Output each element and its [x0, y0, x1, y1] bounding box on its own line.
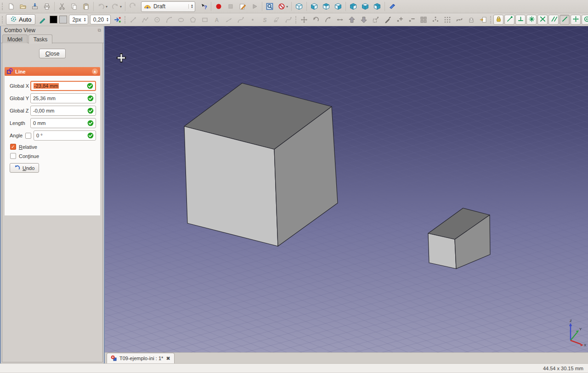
view-axonometric-button[interactable]: [293, 1, 305, 12]
continue-checkbox[interactable]: [10, 153, 16, 159]
face-color-swatch[interactable]: [59, 16, 67, 23]
float-dock-icon[interactable]: ⧉: [98, 28, 101, 33]
scale-button[interactable]: [370, 14, 382, 25]
workbench-selector-steppers[interactable]: ▲▼: [188, 4, 193, 9]
point-button[interactable]: [247, 14, 259, 25]
path-array-button[interactable]: [453, 14, 465, 25]
rotate-button[interactable]: [310, 14, 322, 25]
global-x-field[interactable]: -23,84 mm: [30, 81, 96, 91]
measure-button[interactable]: [386, 1, 398, 12]
whats-this-button[interactable]: ?: [198, 1, 209, 12]
polar-array-button[interactable]: [430, 14, 441, 25]
bezier-button[interactable]: [283, 14, 294, 25]
remove-point-button[interactable]: [406, 14, 418, 25]
snap-near-button[interactable]: [560, 15, 570, 25]
text-scale-steppers[interactable]: ▲▼: [106, 17, 109, 22]
add-point-button[interactable]: [394, 14, 406, 25]
snap-endpoint-button[interactable]: [504, 15, 514, 25]
point-array-button[interactable]: [441, 14, 453, 25]
task-header-line[interactable]: Line ▲: [5, 67, 100, 76]
tab-tasks[interactable]: Tasks: [28, 34, 53, 44]
line-width-spinbox[interactable]: 2px ▲▼: [69, 15, 88, 24]
toolbar-handle[interactable]: [124, 16, 125, 23]
downgrade-button[interactable]: [358, 14, 370, 25]
snap-extension-button[interactable]: [571, 15, 581, 25]
save-button[interactable]: [29, 1, 41, 12]
view-left-button[interactable]: [371, 1, 383, 12]
view-front-button[interactable]: [308, 1, 320, 12]
snap-angle-button[interactable]: [582, 15, 588, 25]
shapestring-button[interactable]: S: [259, 14, 271, 25]
global-y-field[interactable]: 25,36 mm: [30, 93, 96, 103]
line-color-swatch[interactable]: [50, 16, 57, 23]
toolbar-handle[interactable]: [2, 16, 3, 23]
workbench-selector[interactable]: Draft ▲▼: [141, 1, 195, 12]
draw-style-button[interactable]: [276, 1, 288, 12]
close-icon[interactable]: ✖: [166, 356, 170, 362]
text-scale-spinbox[interactable]: 0,20 ▲▼: [90, 15, 111, 24]
snap-grid-button[interactable]: [526, 15, 537, 25]
view-rear-button[interactable]: [347, 1, 359, 12]
move-button[interactable]: [298, 14, 310, 25]
paste-button[interactable]: [80, 1, 92, 12]
redo-button[interactable]: [109, 1, 121, 12]
arc-button[interactable]: [163, 14, 175, 25]
snap-lock-button[interactable]: [493, 15, 503, 25]
edit-button[interactable]: [382, 14, 394, 25]
3d-viewport[interactable]: ZYX: [105, 26, 588, 352]
document-tab[interactable]: T09-ejemplo-ini : 1* ✖: [107, 353, 175, 363]
polyline-button[interactable]: [139, 14, 151, 25]
ellipse-button[interactable]: [175, 14, 187, 25]
upgrade-button[interactable]: [346, 14, 358, 25]
macro-record-button[interactable]: [213, 1, 225, 12]
open-file-button[interactable]: [17, 1, 29, 12]
macro-edit-button[interactable]: [237, 1, 249, 12]
refresh-button[interactable]: [127, 1, 139, 12]
draft-line-icon: [7, 68, 13, 75]
facebinder-button[interactable]: [271, 14, 283, 25]
new-file-button[interactable]: [5, 1, 17, 12]
view-top-button[interactable]: [320, 1, 332, 12]
view-bottom-button[interactable]: [359, 1, 371, 12]
tab-model[interactable]: Model: [2, 34, 28, 43]
view-right-button[interactable]: [332, 1, 344, 12]
toolbar-handle[interactable]: [490, 16, 491, 23]
copy-button[interactable]: [68, 1, 80, 12]
construction-mode-button[interactable]: [37, 14, 49, 25]
zoom-fit-button[interactable]: [264, 1, 276, 12]
length-field[interactable]: 0 mm: [30, 118, 96, 128]
line-button[interactable]: [127, 14, 139, 25]
toolbar-handle[interactable]: [2, 3, 3, 10]
close-button[interactable]: Close: [39, 49, 66, 58]
apply-style-button[interactable]: [112, 14, 124, 25]
svg-text:Y: Y: [579, 327, 582, 331]
array-button[interactable]: [418, 14, 430, 25]
to-drawing-button[interactable]: [477, 14, 489, 25]
undo-button[interactable]: Undo: [10, 163, 39, 173]
undo-button[interactable]: [95, 1, 107, 12]
cut-button[interactable]: [56, 1, 68, 12]
rectangle-button[interactable]: [199, 14, 211, 25]
dimension-button[interactable]: [223, 14, 235, 25]
trim-button[interactable]: [334, 14, 346, 25]
clone-button[interactable]: [465, 14, 477, 25]
snap-parallel-button[interactable]: [548, 15, 559, 25]
angle-field[interactable]: 0 °: [34, 130, 96, 141]
global-z-field[interactable]: -0,00 mm: [30, 106, 96, 116]
text-button[interactable]: A: [211, 14, 223, 25]
working-plane-button[interactable]: Auto: [6, 14, 35, 25]
circle-button[interactable]: [151, 14, 163, 25]
macro-stop-button[interactable]: [225, 1, 237, 12]
toolbar-handle[interactable]: [295, 16, 296, 23]
bspline-button[interactable]: [235, 14, 247, 25]
collapse-icon[interactable]: ▲: [92, 68, 98, 74]
polygon-button[interactable]: [187, 14, 199, 25]
angle-checkbox[interactable]: [25, 133, 31, 139]
relative-checkbox[interactable]: ✓: [10, 144, 16, 150]
snap-midpoint-button[interactable]: [515, 15, 526, 25]
line-width-steppers[interactable]: ▲▼: [84, 17, 86, 22]
snap-intersection-button[interactable]: [537, 15, 548, 25]
offset-button[interactable]: [322, 14, 334, 25]
macro-play-button[interactable]: [249, 1, 260, 12]
print-button[interactable]: [41, 1, 53, 12]
